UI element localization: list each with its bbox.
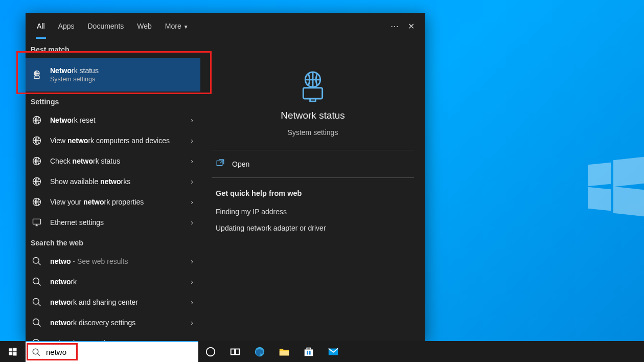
- svg-rect-19: [13, 352, 17, 355]
- svg-rect-23: [236, 349, 239, 354]
- svg-rect-27: [307, 351, 308, 353]
- search-icon: [31, 297, 43, 307]
- close-icon[interactable]: ✕: [403, 18, 419, 34]
- svg-rect-25: [280, 351, 289, 355]
- taskbar-search-box[interactable]: [26, 341, 198, 362]
- globe-icon: [31, 176, 43, 187]
- settings-result-2[interactable]: Check network status›: [26, 151, 200, 171]
- result-label: View your network properties: [50, 197, 183, 207]
- chevron-right-icon: ›: [191, 177, 193, 186]
- svg-point-8: [33, 258, 39, 264]
- chevron-right-icon: ›: [191, 257, 193, 265]
- svg-point-20: [33, 349, 38, 354]
- settings-result-1[interactable]: View network computers and devices›: [26, 130, 200, 151]
- svg-rect-1: [34, 76, 39, 79]
- chevron-right-icon: ›: [191, 198, 193, 206]
- settings-result-0[interactable]: Network reset›: [26, 110, 200, 130]
- start-search-panel: All Apps Documents Web More ▼ ⋯ ✕ Best m…: [26, 13, 425, 341]
- result-label: Show available networks: [50, 177, 183, 186]
- help-item-ip[interactable]: Finding my IP address: [200, 203, 425, 220]
- globe-icon: [31, 156, 43, 166]
- preview-subtitle: System settings: [288, 128, 338, 137]
- quick-help-header: Get quick help from web: [200, 178, 425, 203]
- result-title-bold: Netwo: [50, 66, 72, 75]
- globe-icon: [31, 115, 43, 125]
- search-results-list: Best match Network status System setting…: [26, 39, 200, 341]
- chevron-right-icon: ›: [191, 157, 193, 165]
- edge-icon[interactable]: [247, 341, 272, 362]
- globe-icon: [31, 197, 43, 207]
- open-icon: [216, 159, 225, 169]
- preview-title: Network status: [281, 110, 345, 121]
- svg-rect-7: [33, 219, 41, 224]
- svg-rect-14: [303, 88, 322, 99]
- cortana-icon[interactable]: [198, 341, 223, 362]
- task-view-icon[interactable]: [223, 341, 247, 362]
- svg-point-11: [33, 319, 39, 325]
- svg-rect-16: [9, 348, 13, 351]
- open-action[interactable]: Open: [200, 150, 425, 177]
- result-network-status[interactable]: Network status System settings: [26, 58, 200, 92]
- result-label: View network computers and devices: [50, 136, 183, 145]
- chevron-right-icon: ›: [191, 319, 193, 327]
- svg-rect-17: [13, 348, 17, 351]
- chevron-right-icon: ›: [191, 116, 193, 124]
- result-label: network: [50, 277, 183, 286]
- web-result-2[interactable]: network and sharing center›: [26, 292, 200, 312]
- result-label: Ethernet settings: [50, 218, 183, 227]
- web-result-3[interactable]: network discovery settings›: [26, 312, 200, 333]
- search-icon: [31, 318, 43, 328]
- chevron-right-icon: ›: [191, 137, 193, 145]
- result-label: netwo - See web results: [50, 257, 183, 266]
- settings-result-4[interactable]: View your network properties›: [26, 192, 200, 212]
- result-title-rest: rk status: [72, 66, 99, 75]
- globe-icon: [31, 217, 43, 228]
- more-options-icon[interactable]: ⋯: [386, 18, 403, 34]
- result-label: Check network status: [50, 156, 183, 166]
- globe-monitor-icon: [31, 70, 43, 80]
- taskbar: [0, 341, 644, 362]
- settings-header: Settings: [26, 92, 200, 110]
- result-label: Network reset: [50, 116, 183, 125]
- svg-rect-30: [309, 353, 311, 354]
- svg-rect-29: [307, 353, 308, 354]
- svg-rect-26: [305, 349, 313, 356]
- result-label: network and sharing center: [50, 298, 183, 307]
- svg-rect-22: [231, 349, 235, 354]
- settings-result-5[interactable]: Ethernet settings›: [26, 212, 200, 233]
- web-header: Search the web: [26, 233, 200, 251]
- tab-more[interactable]: More ▼: [164, 14, 190, 39]
- svg-rect-28: [309, 351, 311, 353]
- result-label: network discovery settings: [50, 318, 183, 327]
- file-explorer-icon[interactable]: [272, 341, 296, 362]
- mail-icon[interactable]: [321, 341, 346, 362]
- chevron-right-icon: ›: [191, 218, 193, 227]
- globe-icon: [31, 135, 43, 146]
- tab-all[interactable]: All: [36, 14, 46, 39]
- chevron-right-icon: ›: [191, 298, 193, 306]
- start-button[interactable]: [0, 341, 26, 362]
- search-icon: [32, 348, 41, 357]
- search-icon: [31, 277, 43, 287]
- svg-point-9: [33, 278, 39, 284]
- settings-result-3[interactable]: Show available networks›: [26, 171, 200, 192]
- tab-apps[interactable]: Apps: [57, 14, 76, 39]
- preview-globe-monitor-icon: [296, 70, 329, 103]
- result-preview-pane: Network status System settings Open Get …: [200, 39, 425, 341]
- tab-web[interactable]: Web: [136, 14, 153, 39]
- svg-point-10: [33, 299, 39, 305]
- taskbar-search-input[interactable]: [46, 348, 192, 356]
- web-result-1[interactable]: network›: [26, 272, 200, 292]
- best-match-header: Best match: [26, 39, 200, 58]
- web-result-4[interactable]: network connections›: [26, 333, 200, 341]
- web-result-0[interactable]: netwo - See web results›: [26, 251, 200, 272]
- tab-documents[interactable]: Documents: [86, 14, 125, 39]
- search-icon: [31, 256, 43, 266]
- help-item-adapter[interactable]: Updating network adapter or driver: [200, 220, 425, 236]
- store-icon[interactable]: [296, 341, 321, 362]
- windows-desktop-logo: [588, 159, 644, 215]
- svg-rect-18: [9, 352, 13, 355]
- svg-point-21: [206, 347, 215, 356]
- result-subtitle: System settings: [50, 75, 193, 83]
- open-label: Open: [232, 160, 249, 168]
